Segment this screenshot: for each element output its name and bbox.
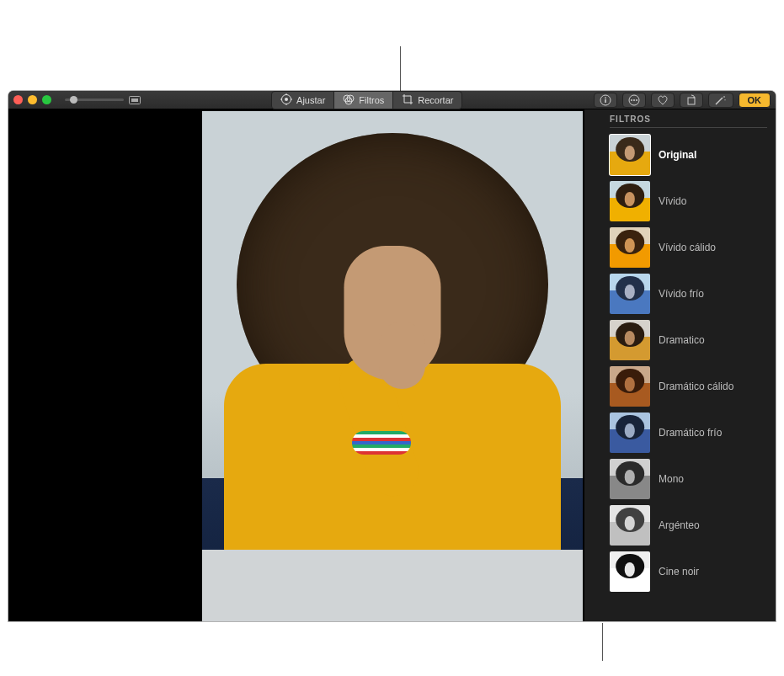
filters-sidebar: FILTROS OriginalVívidoVívido cálidoVívid… xyxy=(584,109,776,621)
filters-heading: FILTROS xyxy=(610,114,767,128)
filter-thumbnail xyxy=(610,505,650,546)
fullscreen-window-button[interactable] xyxy=(42,95,51,104)
filter-thumbnail xyxy=(610,459,650,499)
done-button[interactable]: OK xyxy=(739,93,771,108)
photo-preview xyxy=(202,111,583,621)
filter-item-vívido-cálido[interactable]: Vívido cálido xyxy=(610,227,767,268)
filter-item-original[interactable]: Original xyxy=(610,135,767,175)
filter-label: Vívido cálido xyxy=(659,242,716,253)
auto-enhance-button[interactable] xyxy=(708,93,733,108)
zoom-slider[interactable] xyxy=(65,98,124,101)
filter-label: Original xyxy=(659,149,696,161)
filter-item-dramático-cálido[interactable]: Dramático cálido xyxy=(610,366,767,407)
svg-rect-13 xyxy=(605,97,606,98)
toolbar: Ajustar Filtros Recortar xyxy=(8,91,776,109)
rotate-button[interactable] xyxy=(680,93,703,108)
filter-thumbnail xyxy=(610,320,650,360)
filter-label: Mono xyxy=(659,473,684,485)
filters-tab[interactable]: Filtros xyxy=(334,92,393,109)
filter-item-vívido[interactable]: Vívido xyxy=(610,181,767,221)
filters-label: Filtros xyxy=(359,95,384,105)
filter-thumbnail xyxy=(610,135,650,175)
done-label: OK xyxy=(748,95,762,105)
photo-canvas[interactable] xyxy=(200,109,584,621)
filter-label: Dramatico xyxy=(659,334,705,346)
window-controls xyxy=(13,95,51,104)
filter-thumbnail xyxy=(610,366,650,407)
filter-label: Vívido frío xyxy=(659,288,704,300)
filter-item-dramático-frío[interactable]: Dramático frío xyxy=(610,413,767,453)
info-button[interactable] xyxy=(594,93,617,108)
filter-thumbnail xyxy=(610,227,650,268)
svg-point-17 xyxy=(636,99,637,101)
edit-mode-segmented: Ajustar Filtros Recortar xyxy=(271,91,462,109)
crop-label: Recortar xyxy=(418,95,453,105)
filter-item-vívido-frío[interactable]: Vívido frío xyxy=(610,274,767,314)
filter-list: OriginalVívidoVívido cálidoVívido fríoDr… xyxy=(610,135,767,592)
filter-item-dramatico[interactable]: Dramatico xyxy=(610,320,767,360)
photos-edit-window: Ajustar Filtros Recortar xyxy=(8,91,776,621)
filter-item-mono[interactable]: Mono xyxy=(610,459,767,499)
filter-label: Argénteo xyxy=(659,519,700,531)
filter-label: Cine noir xyxy=(659,566,699,578)
filter-thumbnail xyxy=(610,274,650,314)
filters-icon xyxy=(343,93,355,107)
crop-icon xyxy=(402,93,413,107)
content-area: FILTROS OriginalVívidoVívido cálidoVívid… xyxy=(8,109,776,621)
crop-tab[interactable]: Recortar xyxy=(393,92,461,109)
filter-item-cine-noir[interactable]: Cine noir xyxy=(610,551,767,592)
adjust-icon xyxy=(280,93,292,107)
filter-label: Dramático cálido xyxy=(659,381,733,392)
filter-item-argénteo[interactable]: Argénteo xyxy=(610,505,767,546)
svg-rect-12 xyxy=(605,99,606,103)
filter-thumbnail xyxy=(610,413,650,453)
svg-rect-18 xyxy=(688,98,695,104)
minimize-window-button[interactable] xyxy=(28,95,37,104)
close-window-button[interactable] xyxy=(13,95,23,104)
filter-thumbnail xyxy=(610,551,650,592)
svg-rect-1 xyxy=(131,98,138,102)
favorite-button[interactable] xyxy=(651,93,675,108)
adjust-tab[interactable]: Ajustar xyxy=(272,92,334,109)
more-button[interactable] xyxy=(622,93,646,108)
svg-point-15 xyxy=(631,99,632,101)
svg-point-16 xyxy=(633,99,635,101)
svg-point-3 xyxy=(285,98,288,101)
filter-thumbnail xyxy=(610,181,650,221)
filter-label: Dramático frío xyxy=(659,427,722,439)
filter-label: Vívido xyxy=(659,195,686,207)
left-gutter xyxy=(8,109,200,621)
callout-line-top xyxy=(400,46,401,92)
callout-line-bottom xyxy=(602,623,603,661)
zoom-fit-icon[interactable] xyxy=(129,96,141,104)
adjust-label: Ajustar xyxy=(296,95,325,105)
